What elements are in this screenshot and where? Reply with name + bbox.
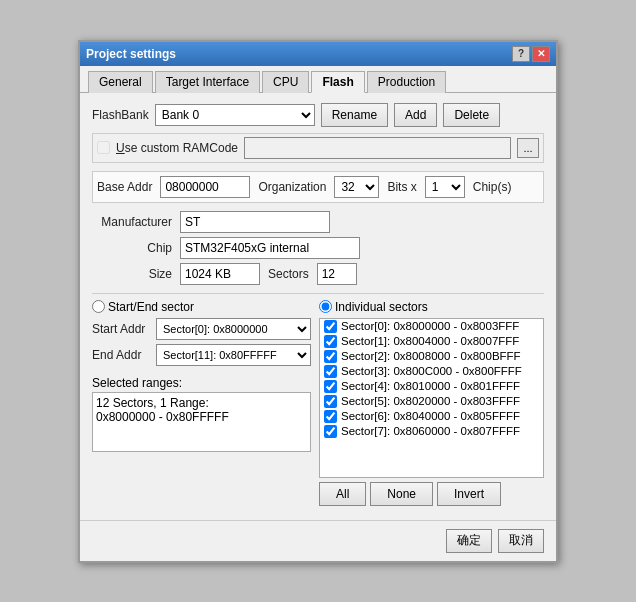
chip-input[interactable] [180, 237, 360, 259]
tabs-container: General Target Interface CPU Flash Produ… [80, 66, 556, 93]
sector-item-3: Sector[3]: 0x800C000 - 0x800FFFF [320, 364, 543, 379]
title-bar-buttons: ? ✕ [512, 46, 550, 62]
window-title: Project settings [86, 47, 176, 61]
end-addr-row: End Addr Sector[11]: 0x80FFFFF [92, 344, 311, 366]
delete-button[interactable]: Delete [443, 103, 500, 127]
rename-button[interactable]: Rename [321, 103, 388, 127]
sector-1-label: Sector[1]: 0x8004000 - 0x8007FFF [341, 335, 519, 347]
sector-1-checkbox[interactable] [324, 335, 337, 348]
flashbank-row: FlashBank Bank 0 Rename Add Delete [92, 103, 544, 127]
sector-item-6: Sector[6]: 0x8040000 - 0x805FFFF [320, 409, 543, 424]
manufacturer-row: Manufacturer [92, 211, 544, 233]
tab-cpu[interactable]: CPU [262, 71, 309, 93]
browse-button[interactable]: ... [517, 138, 539, 158]
sectors-label: Sectors [268, 267, 309, 281]
sector-7-checkbox[interactable] [324, 425, 337, 438]
manufacturer-input[interactable] [180, 211, 330, 233]
organization-label: Organization [258, 180, 326, 194]
ramcode-input[interactable] [244, 137, 511, 159]
addr-row: Base Addr Organization 32 16 8 Bits x 1 … [92, 171, 544, 203]
sector-3-checkbox[interactable] [324, 365, 337, 378]
sectors-list[interactable]: Sector[0]: 0x8000000 - 0x8003FFF Sector[… [319, 318, 544, 478]
chips-label: Chip(s) [473, 180, 512, 194]
size-input[interactable] [180, 263, 260, 285]
sector-3-label: Sector[3]: 0x800C000 - 0x800FFFF [341, 365, 522, 377]
sector-5-checkbox[interactable] [324, 395, 337, 408]
sector-6-label: Sector[6]: 0x8040000 - 0x805FFFF [341, 410, 520, 422]
sector-0-checkbox[interactable] [324, 320, 337, 333]
bits-label: Bits x [387, 180, 416, 194]
info-section: Manufacturer Chip Size Sectors [92, 211, 544, 285]
tab-flash[interactable]: Flash [311, 71, 364, 93]
ramcode-row: Use custom RAMCode ... [92, 133, 544, 163]
chips-select[interactable]: 1 2 4 [425, 176, 465, 198]
flash-content: FlashBank Bank 0 Rename Add Delete Use c… [80, 93, 556, 516]
close-button[interactable]: ✕ [532, 46, 550, 62]
sector-item-4: Sector[4]: 0x8010000 - 0x801FFFF [320, 379, 543, 394]
sectors-input[interactable] [317, 263, 357, 285]
end-addr-select[interactable]: Sector[11]: 0x80FFFFF [156, 344, 311, 366]
tab-general[interactable]: General [88, 71, 153, 93]
sectors-area: Start/End sector Start Addr Sector[0]: 0… [92, 300, 544, 506]
sector-7-label: Sector[7]: 0x8060000 - 0x807FFFF [341, 425, 520, 437]
sector-2-checkbox[interactable] [324, 350, 337, 363]
radio-start-end-label: Start/End sector [108, 300, 194, 314]
size-row: Size Sectors [92, 263, 544, 285]
sector-buttons: All None Invert [319, 482, 544, 506]
radio-individual-label: Individual sectors [335, 300, 428, 314]
help-button[interactable]: ? [512, 46, 530, 62]
sector-0-label: Sector[0]: 0x8000000 - 0x8003FFF [341, 320, 519, 332]
start-addr-label: Start Addr [92, 322, 152, 336]
selected-ranges-label: Selected ranges: [92, 376, 311, 390]
sector-4-checkbox[interactable] [324, 380, 337, 393]
add-button[interactable]: Add [394, 103, 437, 127]
sector-6-checkbox[interactable] [324, 410, 337, 423]
sector-4-label: Sector[4]: 0x8010000 - 0x801FFFF [341, 380, 520, 392]
title-bar: Project settings ? ✕ [80, 42, 556, 66]
divider [92, 293, 544, 294]
ranges-content: 12 Sectors, 1 Range: 0x8000000 - 0x80FFF… [96, 396, 307, 424]
chip-label: Chip [92, 241, 172, 255]
sector-item-7: Sector[7]: 0x8060000 - 0x807FFFF [320, 424, 543, 439]
start-addr-select[interactable]: Sector[0]: 0x8000000 [156, 318, 311, 340]
size-label: Size [92, 267, 172, 281]
sector-item-2: Sector[2]: 0x8008000 - 0x800BFFF [320, 349, 543, 364]
ramcode-label: Use custom RAMCode [116, 141, 238, 155]
radio-start-end[interactable]: Start/End sector [92, 300, 194, 314]
cancel-button[interactable]: 取消 [498, 529, 544, 553]
right-panel: Individual sectors Sector[0]: 0x8000000 … [319, 300, 544, 506]
sector-item-0: Sector[0]: 0x8000000 - 0x8003FFF [320, 319, 543, 334]
bottom-buttons: 确定 取消 [80, 520, 556, 561]
sector-item-5: Sector[5]: 0x8020000 - 0x803FFFF [320, 394, 543, 409]
left-panel: Start/End sector Start Addr Sector[0]: 0… [92, 300, 311, 506]
base-addr-label: Base Addr [97, 180, 152, 194]
radio-group: Start/End sector [92, 300, 311, 314]
radio-individual[interactable]: Individual sectors [319, 300, 544, 314]
sector-2-label: Sector[2]: 0x8008000 - 0x800BFFF [341, 350, 521, 362]
manufacturer-label: Manufacturer [92, 215, 172, 229]
all-button[interactable]: All [319, 482, 366, 506]
ranges-list: 12 Sectors, 1 Range: 0x8000000 - 0x80FFF… [92, 392, 311, 452]
sector-item-1: Sector[1]: 0x8004000 - 0x8007FFF [320, 334, 543, 349]
individual-radio-row: Individual sectors [319, 300, 544, 314]
base-addr-input[interactable] [160, 176, 250, 198]
use-ramcode-checkbox[interactable] [97, 141, 110, 154]
none-button[interactable]: None [370, 482, 433, 506]
end-addr-label: End Addr [92, 348, 152, 362]
flashbank-label: FlashBank [92, 108, 149, 122]
ok-button[interactable]: 确定 [446, 529, 492, 553]
tab-production[interactable]: Production [367, 71, 446, 93]
chip-row: Chip [92, 237, 544, 259]
flashbank-select[interactable]: Bank 0 [155, 104, 315, 126]
organization-select[interactable]: 32 16 8 [334, 176, 379, 198]
sector-5-label: Sector[5]: 0x8020000 - 0x803FFFF [341, 395, 520, 407]
tab-target[interactable]: Target Interface [155, 71, 260, 93]
invert-button[interactable]: Invert [437, 482, 501, 506]
project-settings-window: Project settings ? ✕ General Target Inte… [78, 40, 558, 563]
start-addr-row: Start Addr Sector[0]: 0x8000000 [92, 318, 311, 340]
